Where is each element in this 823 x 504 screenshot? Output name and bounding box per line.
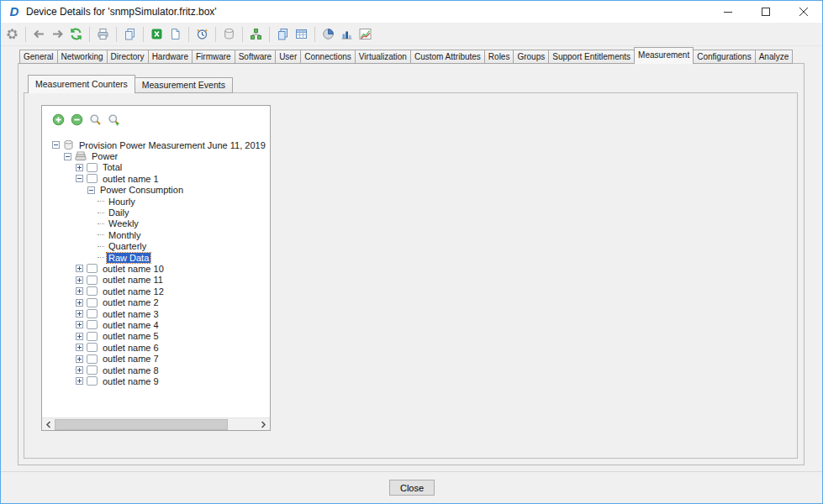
table-icon[interactable] <box>293 26 309 42</box>
database-icon[interactable] <box>221 26 237 42</box>
tab-virtualization[interactable]: Virtualization <box>356 50 411 64</box>
tree-item-provision-power-measurement[interactable]: Provision Power Measurement June 11, 201… <box>44 139 268 150</box>
tab-user[interactable]: User <box>276 50 301 64</box>
scroll-right-icon[interactable] <box>257 418 270 431</box>
tab-groups[interactable]: Groups <box>514 50 549 64</box>
scroll-left-icon[interactable] <box>42 418 55 431</box>
search-icon[interactable] <box>89 113 103 127</box>
tab-directory[interactable]: Directory <box>108 50 149 64</box>
collapse-icon[interactable] <box>87 186 95 194</box>
tree-item-outlet-name-2[interactable]: outlet name 2 <box>44 297 268 307</box>
tab-software[interactable]: Software <box>235 50 276 64</box>
document-icon[interactable] <box>167 26 183 42</box>
search-plus-icon[interactable] <box>108 113 121 127</box>
tab-analyze[interactable]: Analyze <box>756 50 794 64</box>
expand-icon[interactable] <box>76 287 83 295</box>
export-excel-icon[interactable] <box>149 26 165 42</box>
expand-icon[interactable] <box>76 265 83 272</box>
tab-connections[interactable]: Connections <box>301 50 356 64</box>
expand-icon[interactable] <box>76 344 83 351</box>
tree-connector <box>98 257 104 258</box>
copy-icon[interactable] <box>122 26 138 42</box>
tree-item-outlet-name-3[interactable]: outlet name 3 <box>44 308 268 319</box>
expand-icon[interactable] <box>76 276 83 284</box>
tree-item-outlet-name-5[interactable]: outlet name 5 <box>44 331 268 342</box>
bar-chart-icon[interactable] <box>339 26 355 42</box>
tree-item-outlet-name-1[interactable]: outlet name 1 <box>44 173 268 184</box>
pie-chart-icon[interactable] <box>320 26 336 42</box>
tab-custom-attributes[interactable]: Custom Attributes <box>411 50 485 64</box>
collapse-icon[interactable] <box>64 153 71 160</box>
tree-item-monthly[interactable]: Monthly <box>44 229 268 240</box>
subtab-measurement-counters[interactable]: Measurement Counters <box>28 75 135 93</box>
counter-box-icon <box>87 332 98 341</box>
counter-tree: Provision Power Measurement June 11, 201… <box>44 139 268 417</box>
counter-box-icon <box>87 163 98 172</box>
tab-firmware[interactable]: Firmware <box>193 50 235 64</box>
close-button[interactable]: Close <box>389 480 435 496</box>
expand-icon[interactable] <box>76 164 83 171</box>
tree-item-daily[interactable]: Daily <box>44 207 268 218</box>
tree-item-outlet-name-7[interactable]: outlet name 7 <box>44 353 268 364</box>
tab-support-entitlements[interactable]: Support Entitlements <box>549 50 635 64</box>
forward-icon[interactable] <box>50 26 66 42</box>
app-logo-icon: D <box>8 5 21 18</box>
tab-general[interactable]: General <box>19 50 58 64</box>
window-title: Device Details for 'snmpSimulator.fritz.… <box>26 6 217 18</box>
tree-item-power-consumption[interactable]: Power Consumption <box>44 185 268 196</box>
minimize-button[interactable] <box>709 1 747 23</box>
measurement-subtabbar: Measurement Counters Measurement Events <box>29 75 233 93</box>
counter-box-icon <box>87 320 98 329</box>
settings-icon[interactable] <box>4 26 20 42</box>
expand-icon[interactable] <box>76 366 83 374</box>
back-icon[interactable] <box>31 26 47 42</box>
close-window-button[interactable] <box>784 1 822 23</box>
tab-measurement[interactable]: Measurement <box>634 47 694 64</box>
expand-icon[interactable] <box>76 299 83 307</box>
expand-icon[interactable] <box>76 321 83 328</box>
tree-item-power[interactable]: Power <box>44 150 268 161</box>
subtab-measurement-events[interactable]: Measurement Events <box>135 77 233 93</box>
maximize-button[interactable] <box>747 1 784 23</box>
expand-icon[interactable] <box>76 310 83 318</box>
tree-item-outlet-name-12[interactable]: outlet name 12 <box>44 286 268 297</box>
tree-item-outlet-name-4[interactable]: outlet name 4 <box>44 319 268 330</box>
tree-item-weekly[interactable]: Weekly <box>44 218 268 229</box>
collapse-icon[interactable] <box>52 141 60 149</box>
add-icon[interactable] <box>52 113 66 127</box>
tree-connector <box>98 223 104 224</box>
tree-item-hourly[interactable]: Hourly <box>44 196 268 207</box>
tab-roles[interactable]: Roles <box>485 50 514 64</box>
schedule-icon[interactable] <box>194 26 210 42</box>
expand-icon[interactable] <box>76 333 83 340</box>
tree-item-total[interactable]: Total <box>44 162 268 173</box>
counter-box-icon <box>87 309 98 318</box>
counter-box-icon <box>87 174 98 183</box>
expand-icon[interactable] <box>76 377 83 385</box>
measurement-db-icon <box>63 139 74 150</box>
tree-item-outlet-name-9[interactable]: outlet name 9 <box>44 375 268 386</box>
tree-item-outlet-name-6[interactable]: outlet name 6 <box>44 342 268 353</box>
refresh-icon[interactable] <box>68 26 84 42</box>
tab-networking[interactable]: Networking <box>58 50 108 64</box>
tree-item-outlet-name-11[interactable]: outlet name 11 <box>44 275 268 286</box>
expand-icon[interactable] <box>76 355 83 363</box>
counter-box-icon <box>87 298 98 307</box>
topology-icon[interactable] <box>248 26 264 42</box>
tab-configurations[interactable]: Configurations <box>694 50 755 64</box>
tree-horizontal-scrollbar[interactable] <box>42 417 270 430</box>
pages-icon[interactable] <box>275 26 291 42</box>
tab-hardware[interactable]: Hardware <box>149 50 193 64</box>
line-chart-icon[interactable] <box>357 26 373 42</box>
tree-connector <box>98 234 104 235</box>
collapse-icon[interactable] <box>76 175 83 182</box>
print-icon[interactable] <box>95 26 111 42</box>
scrollbar-thumb[interactable] <box>55 419 228 430</box>
remove-icon[interactable] <box>71 113 84 127</box>
counter-box-icon <box>87 286 98 296</box>
tree-item-raw-data[interactable]: Raw Data <box>44 252 268 263</box>
tree-item-outlet-name-8[interactable]: outlet name 8 <box>44 365 268 375</box>
tree-item-quarterly[interactable]: Quarterly <box>44 241 268 252</box>
counter-box-icon <box>87 343 98 352</box>
tree-item-outlet-name-10[interactable]: outlet name 10 <box>44 263 268 274</box>
